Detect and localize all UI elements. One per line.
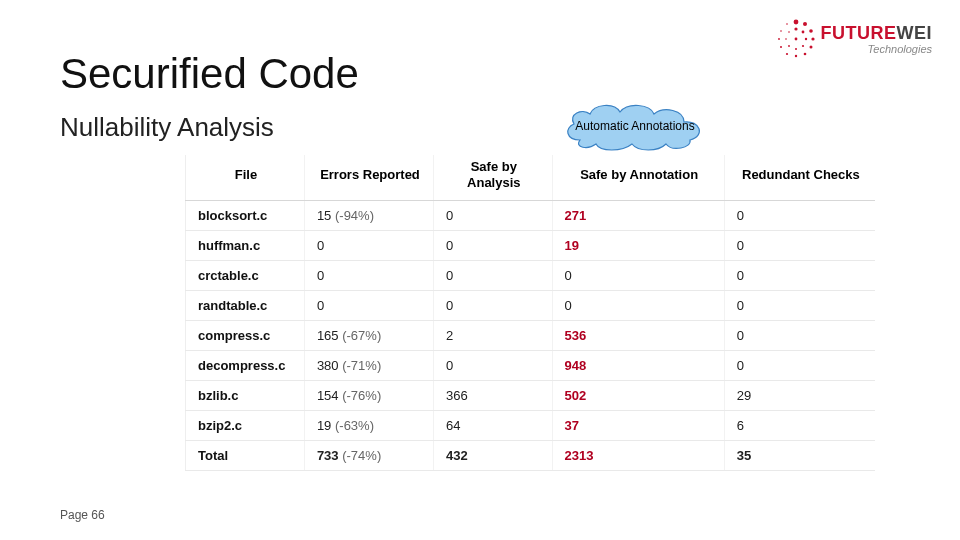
page-number: Page 66	[60, 508, 105, 522]
slide-subtitle: Nullability Analysis	[60, 112, 274, 143]
table-row: crctable.c0 000	[186, 260, 876, 290]
cell-safe-annotation: 948	[552, 350, 724, 380]
cell-redundant: 0	[724, 350, 875, 380]
table-row: decompress.c380 (-71%)09480	[186, 350, 876, 380]
cell-errors: 0	[304, 290, 433, 320]
cell-errors: 19 (-63%)	[304, 410, 433, 440]
table-row: huffman.c0 0190	[186, 230, 876, 260]
cell-errors: 15 (-94%)	[304, 200, 433, 230]
cell-file: bzlib.c	[186, 380, 305, 410]
logo-word-wei: WEI	[897, 23, 933, 43]
svg-point-3	[811, 37, 814, 40]
svg-point-14	[804, 38, 806, 40]
svg-point-16	[795, 48, 797, 50]
cell-safe-analysis: 0	[434, 260, 552, 290]
col-header-file: File	[186, 155, 305, 200]
cell-safe-annotation: 271	[552, 200, 724, 230]
svg-point-6	[794, 55, 796, 57]
cell-redundant: 0	[724, 200, 875, 230]
svg-point-1	[803, 22, 807, 26]
cell-redundant: 29	[724, 380, 875, 410]
cell-file: decompress.c	[186, 350, 305, 380]
cell-file: blocksort.c	[186, 200, 305, 230]
cell-errors: 0	[304, 230, 433, 260]
cell-safe-annotation: 2313	[552, 440, 724, 470]
cell-safe-annotation: 0	[552, 260, 724, 290]
table-header-row: File Errors Reported Safe by Analysis Sa…	[186, 155, 876, 200]
cell-safe-analysis: 2	[434, 320, 552, 350]
table-row: compress.c165 (-67%)25360	[186, 320, 876, 350]
cell-safe-analysis: 366	[434, 380, 552, 410]
cell-file: randtable.c	[186, 290, 305, 320]
cell-safe-annotation: 19	[552, 230, 724, 260]
cell-errors: 0	[304, 260, 433, 290]
col-header-safe-analysis: Safe by Analysis	[434, 155, 552, 200]
cell-file: compress.c	[186, 320, 305, 350]
svg-point-9	[778, 38, 780, 40]
cell-redundant: 0	[724, 290, 875, 320]
table-row: blocksort.c15 (-94%)02710	[186, 200, 876, 230]
results-table: File Errors Reported Safe by Analysis Sa…	[185, 155, 875, 471]
svg-point-15	[801, 45, 803, 47]
cell-file: bzip2.c	[186, 410, 305, 440]
table-row: bzlib.c154 (-76%)36650229	[186, 380, 876, 410]
svg-point-7	[785, 53, 787, 55]
cell-errors: 733 (-74%)	[304, 440, 433, 470]
cell-redundant: 35	[724, 440, 875, 470]
cloud-callout: Automatic Annotations	[560, 100, 710, 152]
cell-safe-analysis: 0	[434, 200, 552, 230]
svg-point-11	[786, 23, 788, 25]
cell-safe-analysis: 0	[434, 290, 552, 320]
svg-point-13	[801, 31, 804, 34]
logo-text: FUTUREWEI Technologies	[821, 24, 933, 55]
cell-safe-analysis: 0	[434, 230, 552, 260]
cell-redundant: 6	[724, 410, 875, 440]
table-total-row: Total733 (-74%)432231335	[186, 440, 876, 470]
col-header-redundant: Redundant Checks	[724, 155, 875, 200]
slide-title: Securified Code	[60, 50, 359, 98]
svg-point-5	[803, 53, 806, 56]
table-row: bzip2.c19 (-63%)64376	[186, 410, 876, 440]
svg-point-0	[793, 20, 798, 25]
company-logo: FUTUREWEI Technologies	[775, 18, 933, 60]
svg-point-12	[794, 27, 797, 30]
cell-errors: 165 (-67%)	[304, 320, 433, 350]
cell-errors: 380 (-71%)	[304, 350, 433, 380]
col-header-errors: Errors Reported	[304, 155, 433, 200]
cell-redundant: 0	[724, 320, 875, 350]
slide: FUTUREWEI Technologies Securified Code N…	[0, 0, 960, 540]
cell-safe-annotation: 502	[552, 380, 724, 410]
cell-file: crctable.c	[186, 260, 305, 290]
svg-point-20	[794, 38, 797, 41]
cell-safe-annotation: 536	[552, 320, 724, 350]
table-body: blocksort.c15 (-94%)02710huffman.c0 0190…	[186, 200, 876, 470]
table-row: randtable.c0 000	[186, 290, 876, 320]
cell-errors: 154 (-76%)	[304, 380, 433, 410]
cell-safe-analysis: 64	[434, 410, 552, 440]
cell-safe-annotation: 0	[552, 290, 724, 320]
svg-point-17	[788, 45, 790, 47]
svg-point-19	[788, 31, 790, 33]
svg-point-8	[780, 46, 782, 48]
swirl-icon	[775, 18, 817, 60]
cell-safe-analysis: 0	[434, 350, 552, 380]
cell-redundant: 0	[724, 230, 875, 260]
cell-redundant: 0	[724, 260, 875, 290]
cloud-label: Automatic Annotations	[560, 100, 710, 152]
svg-point-10	[780, 30, 782, 32]
svg-point-18	[785, 38, 787, 40]
cell-file: Total	[186, 440, 305, 470]
svg-point-2	[809, 29, 813, 33]
logo-word-future: FUTURE	[821, 23, 897, 43]
col-header-safe-annotation: Safe by Annotation	[552, 155, 724, 200]
cell-safe-annotation: 37	[552, 410, 724, 440]
cell-file: huffman.c	[186, 230, 305, 260]
logo-subtext: Technologies	[821, 44, 933, 55]
cell-safe-analysis: 432	[434, 440, 552, 470]
svg-point-4	[809, 46, 812, 49]
